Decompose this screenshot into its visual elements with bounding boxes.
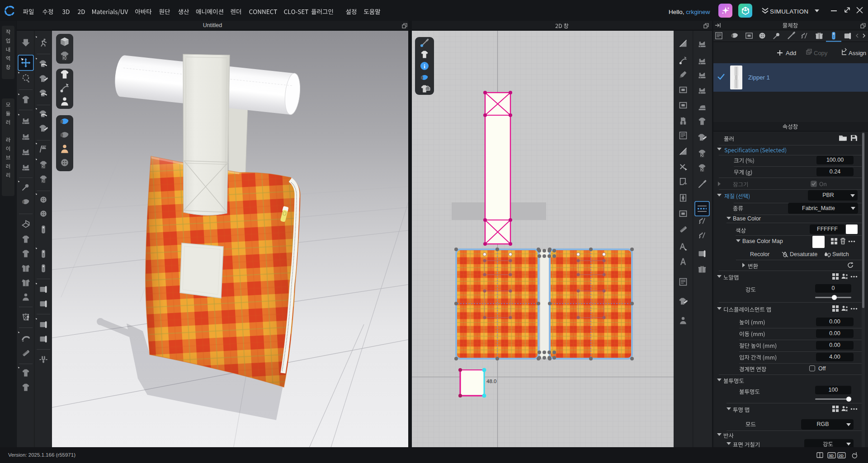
svg-text:Add: Add: [786, 50, 796, 56]
svg-text:Assign: Assign: [849, 50, 866, 56]
svg-text:Copy: Copy: [814, 50, 828, 56]
svg-text:2D: 2D: [839, 454, 844, 458]
svg-text:3D: 3D: [829, 454, 834, 458]
